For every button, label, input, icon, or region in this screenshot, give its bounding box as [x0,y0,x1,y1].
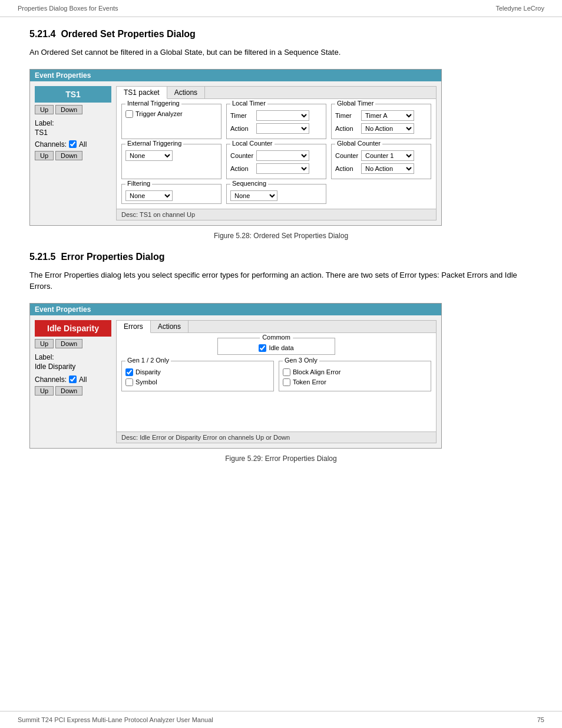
channels-heading-2: Channels: [35,375,67,384]
local-counter-group: Local Counter Counter Action [226,144,326,179]
up-down-row-2: Up Down [35,339,111,348]
channels-up-btn-2[interactable]: Up [35,386,54,396]
dialog-2-main-panel: Errors Actions Commom Idle data [116,320,437,443]
global-counter-title: Global Counter [335,140,382,147]
tab-errors[interactable]: Errors [117,321,151,333]
symbol-row: Symbol [125,378,270,386]
tab-actions-1[interactable]: Actions [167,87,205,98]
label-value-1: TS1 [35,129,111,137]
global-timer-action-label: Action [335,125,359,132]
token-error-checkbox[interactable] [283,378,290,386]
errors-panel-content: Commom Idle data Gen 1 / [117,333,436,396]
idle-data-row: Idle data [236,344,317,352]
global-timer-label: Timer [335,112,359,119]
gen3-title: Gen 3 Only [283,357,319,364]
channels-all-checkbox-2[interactable] [69,375,77,383]
disparity-checkbox[interactable] [125,368,133,376]
dialog-2-title: Event Properties [30,304,441,315]
local-counter-select[interactable] [256,150,309,161]
symbol-label: Symbol [135,378,157,386]
dialog-1-title: Event Properties [30,70,441,81]
channels-all-checkbox-1[interactable] [69,140,77,148]
panel-content-1: Internal Triggering Trigger Analyzer [117,99,436,209]
down-btn-2[interactable]: Down [55,339,82,348]
internal-triggering-title: Internal Triggering [125,100,181,107]
global-timer-select[interactable]: Timer A [361,110,414,121]
up-btn-2[interactable]: Up [35,339,54,348]
channels-all-label-2: All [79,375,87,384]
dialog-1: Event Properties TS1 Up Down Label: TS1 … [29,69,442,226]
channels-up-btn-1[interactable]: Up [35,151,54,160]
gen3-group: Gen 3 Only Block Align Error [279,361,431,391]
channels-row-1: Channels: All [35,140,111,149]
global-timer-action-select[interactable]: No Action [361,123,414,134]
section-title-1: Ordered Set Properties Dialog [61,29,196,39]
dialog-2-left-panel: Idle Disparity Up Down Label: Idle Dispa… [35,320,111,443]
external-triggering-group: External Triggering None [121,144,222,179]
tab-actions-2[interactable]: Actions [151,321,189,332]
global-counter-select[interactable]: Counter 1 [361,150,414,161]
block-align-checkbox[interactable] [283,368,290,376]
local-counter-action-select[interactable] [256,163,309,174]
block-align-label: Block Align Error [293,368,340,375]
section-desc-1: An Ordered Set cannot be filtered in a G… [29,47,533,58]
dialog-2: Event Properties Idle Disparity Up Down … [29,303,442,449]
local-timer-select[interactable] [256,110,309,121]
external-triggering-title: External Triggering [125,140,183,147]
disparity-row: Disparity [125,368,270,376]
two-col-groups: Gen 1 / 2 Only Disparity Sym [121,361,431,391]
channels-down-btn-1[interactable]: Down [55,151,82,160]
footer-left: Summit T24 PCI Express Multi-Lane Protoc… [18,716,213,723]
header-left: Properties Dialog Boxes for Events [18,5,118,12]
local-timer-label: Timer [230,112,254,119]
disparity-label: Disparity [135,368,161,375]
token-error-row: Token Error [283,378,427,386]
channels-all-label-1: All [79,140,87,149]
global-timer-title: Global Timer [335,100,375,107]
sequencing-select[interactable]: None [230,190,277,201]
section-title-2: Error Properties Dialog [61,252,164,262]
dialog-1-desc: Desc: TS1 on channel Up [117,209,436,220]
internal-triggering-group: Internal Triggering Trigger Analyzer [121,104,222,139]
global-timer-group: Global Timer Timer Timer A [331,104,431,139]
channels-up-down-1: Up Down [35,151,111,160]
section-number-1: 5.21.4 [29,29,55,39]
channels-down-btn-2[interactable]: Down [55,386,82,396]
symbol-checkbox[interactable] [125,378,133,386]
local-timer-group: Local Timer Timer Action [226,104,326,139]
local-counter-label: Counter [230,152,254,159]
channels-row-2: Channels: All [35,375,111,384]
sequencing-group: Sequencing None [226,184,326,204]
channels-up-down-2: Up Down [35,386,111,396]
common-title: Commom [260,334,293,341]
local-counter-action-label: Action [230,165,254,172]
event-label-1: TS1 [35,86,111,103]
tabs-row-1: TS1 packet Actions [117,87,436,99]
figure-caption-2: Figure 5.29: Error Properties Dialog [29,454,533,463]
label-heading-1: Label: [35,119,111,127]
idle-data-checkbox[interactable] [259,344,266,352]
trigger-analyzer-row: Trigger Analyzer [125,110,217,118]
filtering-title: Filtering [125,180,152,187]
figure-caption-1: Figure 5.28: Ordered Set Properties Dial… [29,232,533,240]
sequencing-title: Sequencing [230,180,268,187]
down-btn-1[interactable]: Down [55,105,82,114]
dialog-1-left-panel: TS1 Up Down Label: TS1 Channels: All [35,86,111,220]
local-timer-action-select[interactable] [256,123,309,134]
section-5214: 5.21.4 Ordered Set Properties Dialog An … [29,29,533,240]
local-counter-title: Local Counter [230,140,275,147]
block-align-row: Block Align Error [283,368,427,376]
filtering-select[interactable]: None [125,190,173,201]
trigger-analyzer-label: Trigger Analyzer [135,110,183,117]
up-btn-1[interactable]: Up [35,105,54,114]
global-counter-action-select[interactable]: No Action [361,163,414,174]
dialog-2-desc: Desc: Idle Error or Disparity Error on c… [117,431,436,443]
filtering-group: Filtering None [121,184,222,204]
external-triggering-select[interactable]: None [125,150,173,161]
local-timer-action-label: Action [230,125,254,132]
channels-heading-1: Channels: [35,140,67,149]
tab-ts1packet[interactable]: TS1 packet [117,87,167,99]
dialog-1-main-panel: TS1 packet Actions Internal Triggering [116,86,437,220]
section-5215: 5.21.5 Error Properties Dialog The Error… [29,252,533,463]
trigger-analyzer-checkbox[interactable] [125,110,133,118]
